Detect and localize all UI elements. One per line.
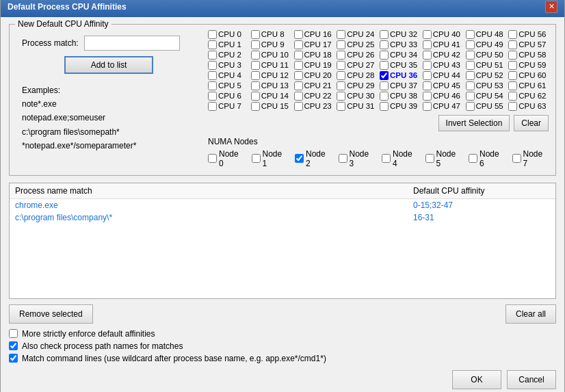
cpu-checkbox-18[interactable] <box>294 51 303 60</box>
cpu-checkbox-22[interactable] <box>294 92 303 101</box>
cpu-checkbox-52[interactable] <box>466 71 475 80</box>
list-row[interactable]: chrome.exe0-15;32-47 <box>10 199 555 211</box>
cpu-checkbox-63[interactable] <box>508 102 517 111</box>
cpu-checkbox-31[interactable] <box>337 102 345 111</box>
strictly-enforce-checkbox[interactable] <box>9 329 18 338</box>
cpu-checkbox-58[interactable] <box>508 51 517 60</box>
cpu-checkbox-33[interactable] <box>380 40 389 49</box>
numa-item-3: Node 3 <box>339 149 376 168</box>
cpu-checkbox-43[interactable] <box>423 61 432 70</box>
cpu-checkbox-28[interactable] <box>337 71 345 80</box>
add-to-list-button[interactable]: Add to list <box>64 56 153 74</box>
cpu-checkbox-40[interactable] <box>423 30 432 39</box>
cpu-item-15: CPU 15 <box>251 102 291 111</box>
cpu-item-63: CPU 63 <box>508 102 549 111</box>
cpu-checkbox-4[interactable] <box>208 71 217 80</box>
cpu-checkbox-46[interactable] <box>423 92 432 101</box>
cpu-checkbox-25[interactable] <box>337 40 345 49</box>
numa-item-7: Node 7 <box>512 149 549 168</box>
cpu-checkbox-15[interactable] <box>251 102 260 111</box>
cpu-checkbox-10[interactable] <box>251 51 260 60</box>
numa-checkbox-4[interactable] <box>382 154 391 163</box>
cpu-checkbox-55[interactable] <box>466 102 475 111</box>
check-path-names-checkbox[interactable] <box>9 341 18 350</box>
cpu-checkbox-2[interactable] <box>208 51 217 60</box>
cpu-checkbox-57[interactable] <box>508 40 517 49</box>
cpu-checkbox-11[interactable] <box>251 61 260 70</box>
cpu-checkbox-47[interactable] <box>423 102 432 111</box>
cpu-checkbox-56[interactable] <box>508 30 517 39</box>
cpu-checkbox-51[interactable] <box>466 61 475 70</box>
cpu-checkbox-20[interactable] <box>294 71 303 80</box>
cpu-checkbox-9[interactable] <box>251 40 260 49</box>
process-match-input[interactable] <box>84 36 180 51</box>
cpu-checkbox-53[interactable] <box>466 81 475 90</box>
cpu-checkbox-8[interactable] <box>251 30 260 39</box>
numa-checkbox-5[interactable] <box>425 154 434 163</box>
numa-checkbox-1[interactable] <box>252 154 261 163</box>
cpu-checkbox-59[interactable] <box>508 61 517 70</box>
invert-selection-button[interactable]: Invert Selection <box>438 115 510 131</box>
numa-section: NUMA Nodes Node 0Node 1Node 2Node 3Node … <box>208 137 549 168</box>
cpu-checkbox-0[interactable] <box>208 30 217 39</box>
col2-header: Default CPU affinity <box>413 186 550 196</box>
numa-checkbox-7[interactable] <box>512 154 521 163</box>
cpu-checkbox-41[interactable] <box>423 40 432 49</box>
cpu-checkbox-42[interactable] <box>423 51 432 60</box>
cpu-checkbox-7[interactable] <box>208 102 217 111</box>
cpu-checkbox-21[interactable] <box>294 81 303 90</box>
list-row[interactable]: c:\program files\company\*16-31 <box>10 211 555 224</box>
cpu-checkbox-27[interactable] <box>337 61 345 70</box>
cpu-checkbox-62[interactable] <box>508 92 517 101</box>
cpu-checkbox-38[interactable] <box>380 92 389 101</box>
cpu-checkbox-60[interactable] <box>508 71 517 80</box>
cpu-checkbox-6[interactable] <box>208 92 217 101</box>
cpu-checkbox-36[interactable] <box>380 71 389 80</box>
cpu-checkbox-16[interactable] <box>294 30 303 39</box>
cpu-item-31: CPU 31 <box>337 102 377 111</box>
cpu-checkbox-54[interactable] <box>466 92 475 101</box>
cpu-checkbox-12[interactable] <box>251 71 260 80</box>
cpu-checkbox-13[interactable] <box>251 81 260 90</box>
numa-checkbox-3[interactable] <box>339 154 347 163</box>
cancel-button[interactable]: Cancel <box>507 370 556 389</box>
cpu-label-56: CPU 56 <box>518 30 546 38</box>
cpu-item-53: CPU 53 <box>466 81 506 90</box>
cpu-checkbox-48[interactable] <box>466 30 475 39</box>
cpu-checkbox-37[interactable] <box>380 81 389 90</box>
cpu-checkbox-1[interactable] <box>208 40 217 49</box>
cpu-item-11: CPU 11 <box>251 61 291 70</box>
cpu-checkbox-30[interactable] <box>337 92 345 101</box>
cpu-checkbox-34[interactable] <box>380 51 389 60</box>
cpu-checkbox-19[interactable] <box>294 61 303 70</box>
cpu-checkbox-5[interactable] <box>208 81 217 90</box>
dialog-title: Default Process CPU Affinities <box>8 2 127 12</box>
cpu-checkbox-44[interactable] <box>423 71 432 80</box>
cpu-checkbox-39[interactable] <box>380 102 389 111</box>
numa-checkbox-0[interactable] <box>208 154 217 163</box>
cpu-checkbox-45[interactable] <box>423 81 432 90</box>
cpu-clear-button[interactable]: Clear <box>514 115 549 131</box>
cpu-checkbox-61[interactable] <box>508 81 517 90</box>
close-button[interactable]: ✕ <box>545 1 557 13</box>
cpu-checkbox-29[interactable] <box>337 81 345 90</box>
cpu-checkbox-50[interactable] <box>466 51 475 60</box>
cpu-checkbox-14[interactable] <box>251 92 260 101</box>
cpu-checkbox-3[interactable] <box>208 61 217 70</box>
cpu-checkbox-32[interactable] <box>380 30 389 39</box>
list-body[interactable]: chrome.exe0-15;32-47c:\program files\com… <box>10 199 555 288</box>
cpu-checkbox-35[interactable] <box>380 61 389 70</box>
cpu-item-51: CPU 51 <box>466 61 506 70</box>
cpu-checkbox-23[interactable] <box>294 102 303 111</box>
remove-selected-button[interactable]: Remove selected <box>9 304 93 324</box>
cpu-checkbox-26[interactable] <box>337 51 345 60</box>
cpu-checkbox-49[interactable] <box>466 40 475 49</box>
cpu-checkbox-24[interactable] <box>337 30 345 39</box>
match-cmdlines-checkbox[interactable] <box>9 354 18 363</box>
cpu-item-10: CPU 10 <box>251 51 291 60</box>
numa-checkbox-6[interactable] <box>469 154 477 163</box>
clear-all-button[interactable]: Clear all <box>505 304 556 324</box>
cpu-checkbox-17[interactable] <box>294 40 303 49</box>
numa-checkbox-2[interactable] <box>295 154 304 163</box>
ok-button[interactable]: OK <box>452 370 501 389</box>
